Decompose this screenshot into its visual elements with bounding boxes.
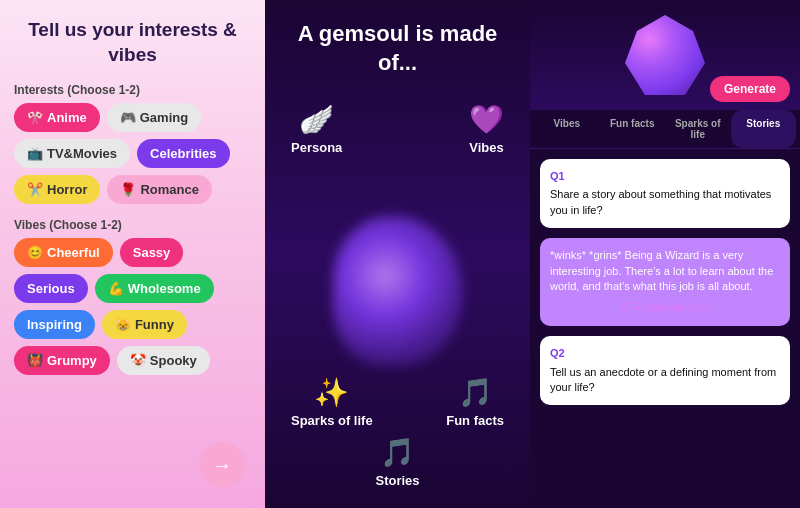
- interests-chips: 🎌 Anime 🎮 Gaming 📺 TV&Movies Celebrities…: [14, 103, 251, 204]
- answer1-text: *winks* *grins* Being a Wizard is a very…: [550, 248, 780, 294]
- generate-button[interactable]: Generate: [710, 76, 790, 102]
- persona-label: 🪽 Persona: [291, 103, 342, 155]
- tab-vibes[interactable]: Vibes: [534, 110, 600, 148]
- panel1-title: Tell us your interests & vibes: [14, 18, 251, 67]
- q1-label: Q1: [550, 169, 780, 184]
- chip-anime[interactable]: 🎌 Anime: [14, 103, 100, 132]
- chip-funny[interactable]: 😸 Funny: [102, 310, 187, 339]
- regenerate-button[interactable]: Regenerate story: [634, 301, 711, 315]
- chip-tvmovies[interactable]: 📺 TV&Movies: [14, 139, 130, 168]
- chip-sassy[interactable]: Sassy: [120, 238, 184, 267]
- stories-icon: 🎵: [380, 436, 415, 469]
- q2-text: Tell us an anecdote or a defining moment…: [550, 365, 780, 396]
- sparkle-icon: ✨: [314, 376, 349, 409]
- chip-inspiring[interactable]: Inspiring: [14, 310, 95, 339]
- stories-panel: Generate Vibes Fun facts Sparks of life …: [530, 0, 800, 508]
- question-1: Q1 Share a story about something that mo…: [540, 159, 790, 228]
- answer-1: *winks* *grins* Being a Wizard is a very…: [540, 238, 790, 326]
- gem-3d-icon: [625, 15, 705, 95]
- tab-stories[interactable]: Stories: [731, 110, 797, 148]
- vibes-label: Vibes (Choose 1-2): [14, 218, 251, 232]
- stories-content: Q1 Share a story about something that mo…: [530, 149, 800, 508]
- chip-cheerful[interactable]: 😊 Cheerful: [14, 238, 113, 267]
- funfacts-label: 🎵 Fun facts: [446, 376, 504, 428]
- chip-serious[interactable]: Serious: [14, 274, 88, 303]
- panel2-title: A gemsoul is made of...: [281, 20, 514, 77]
- chip-spooky[interactable]: 🤡 Spooky: [117, 346, 210, 375]
- tab-funfacts[interactable]: Fun facts: [600, 110, 666, 148]
- vibes-section: Vibes (Choose 1-2) 😊 Cheerful Sassy Seri…: [14, 218, 251, 379]
- sparks-label: ✨ Sparks of life: [291, 376, 373, 428]
- q1-text: Share a story about something that motiv…: [550, 187, 780, 218]
- question-2: Q2 Tell us an anecdote or a defining mom…: [540, 336, 790, 405]
- gem-preview: Generate: [530, 0, 800, 110]
- chip-romance[interactable]: 🌹 Romance: [107, 175, 212, 204]
- interests-vibes-panel: Tell us your interests & vibes Interests…: [0, 0, 265, 508]
- gem-blob: [333, 216, 463, 366]
- music-icon: 🎵: [458, 376, 493, 409]
- wings-icon: 🪽: [299, 103, 334, 136]
- chip-gaming[interactable]: 🎮 Gaming: [107, 103, 201, 132]
- chip-celebrities[interactable]: Celebrities: [137, 139, 229, 168]
- chip-wholesome[interactable]: 💪 Wholesome: [95, 274, 214, 303]
- gem-composition: 🪽 Persona 💜 Vibes ✨ Sparks of life 🎵 Fun…: [281, 93, 514, 488]
- regenerate-row: ↺ Regenerate story: [550, 299, 780, 316]
- interests-section: Interests (Choose 1-2) 🎌 Anime 🎮 Gaming …: [14, 83, 251, 208]
- heart-icon: 💜: [469, 103, 504, 136]
- chip-grumpy[interactable]: 👹 Grumpy: [14, 346, 110, 375]
- next-button[interactable]: →: [199, 442, 245, 488]
- tab-sparks[interactable]: Sparks of life: [665, 110, 731, 148]
- stories-label: 🎵 Stories: [375, 436, 419, 488]
- regen-icon: ↺: [620, 299, 630, 316]
- q2-label: Q2: [550, 346, 780, 361]
- tabs-row: Vibes Fun facts Sparks of life Stories: [530, 110, 800, 149]
- interests-label: Interests (Choose 1-2): [14, 83, 251, 97]
- vibes-label-p2: 💜 Vibes: [469, 103, 504, 155]
- gemsoul-panel: A gemsoul is made of... 🪽 Persona 💜 Vibe…: [265, 0, 530, 508]
- vibes-chips: 😊 Cheerful Sassy Serious 💪 Wholesome Ins…: [14, 238, 251, 375]
- chip-horror[interactable]: ✂️ Horror: [14, 175, 100, 204]
